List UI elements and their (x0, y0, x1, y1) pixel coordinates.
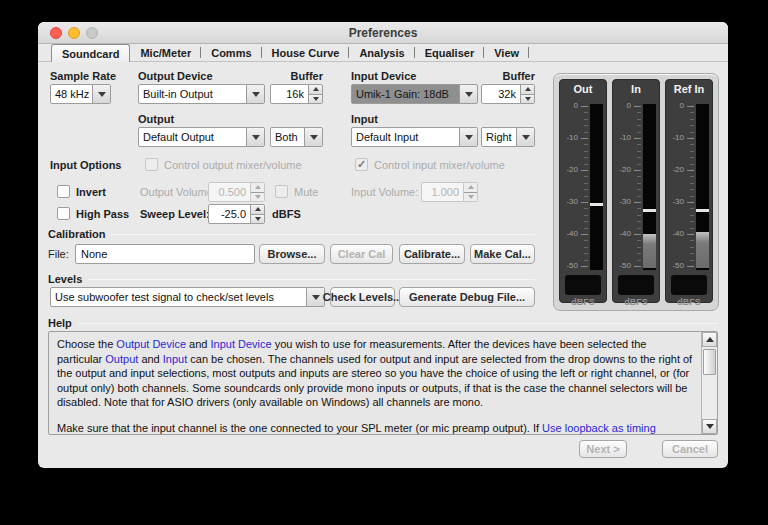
meter-minor-tick (637, 151, 641, 152)
cal-file-label: File: (48, 248, 69, 260)
title-bar: Preferences (38, 22, 728, 44)
meter-minor-tick (637, 215, 641, 216)
cal-file-input[interactable] (75, 244, 255, 264)
help-link[interactable]: Input (163, 353, 187, 365)
meters-panel: Out0-10-20-30-40-50dBFSIn0-10-20-30-40-5… (553, 73, 719, 311)
input-volume-spinner: 1.000 (421, 182, 478, 202)
tab-view[interactable]: View (484, 44, 529, 61)
generate-debug-button[interactable]: Generate Debug File... (399, 287, 535, 307)
input-select[interactable]: Default Input (351, 127, 478, 147)
meter-minor-tick (690, 144, 694, 145)
levels-value: Use subwoofer test signal to check/set l… (51, 288, 306, 306)
meter-readout (671, 275, 707, 295)
meter-minor-tick (584, 164, 588, 165)
dbfs-label: dBFS (272, 208, 301, 220)
scroll-down-button[interactable] (702, 419, 717, 434)
help-link[interactable]: Output Device (116, 338, 186, 350)
meter-minor-tick (584, 253, 588, 254)
meter-minor-tick (637, 112, 641, 113)
meter-minor-tick (584, 228, 588, 229)
meter-unit-label: dBFS (666, 297, 712, 307)
sweep-level-spinner[interactable]: -25.0 (208, 204, 265, 224)
spinner-buttons[interactable] (308, 85, 322, 103)
help-link[interactable]: Output (105, 353, 138, 365)
tab-equaliser[interactable]: Equaliser (415, 44, 485, 61)
check-levels-button[interactable]: Check Levels... (330, 287, 395, 307)
tab-strip: Soundcard Mic/Meter Comms House Curve An… (38, 44, 728, 62)
meter-scale-label: -30 (561, 197, 578, 206)
meter-unit-label: dBFS (613, 297, 659, 307)
meter-minor-tick (584, 144, 588, 145)
input-channel-select[interactable]: Right (481, 127, 535, 147)
output-select[interactable]: Default Output (138, 127, 265, 147)
meter-major-tick (634, 138, 641, 139)
meter-minor-tick (690, 240, 694, 241)
control-input-mixer-label: Control input mixer/volume (374, 159, 505, 171)
input-options-label: Input Options (50, 159, 121, 171)
meter-major-tick (634, 202, 641, 203)
spinner-down-icon (255, 217, 261, 221)
meter-scale-label: 0 (561, 101, 578, 110)
output-buffer-spinner[interactable]: 16k (270, 84, 323, 104)
sweep-level-label: Sweep Level: (140, 208, 210, 220)
meter-minor-tick (637, 196, 641, 197)
spinner-buttons[interactable] (520, 85, 534, 103)
tab-analysis[interactable]: Analysis (349, 44, 414, 61)
meter-label: In (613, 83, 659, 95)
meter-minor-tick (637, 132, 641, 133)
meter-minor-tick (584, 157, 588, 158)
output-device-select[interactable]: Built-in Output (138, 84, 265, 104)
meter-major-tick (687, 170, 694, 171)
meter-major-tick (634, 170, 641, 171)
meter-minor-tick (690, 208, 694, 209)
arrow-down-icon (706, 424, 714, 429)
make-cal-button[interactable]: Make Cal... (470, 244, 535, 264)
tab-comms[interactable]: Comms (201, 44, 261, 61)
meter-minor-tick (584, 183, 588, 184)
spinner-buttons[interactable] (250, 205, 264, 223)
output-channel-select[interactable]: Both (270, 127, 323, 147)
help-text-segment: and (186, 338, 210, 350)
meter-major-tick (687, 106, 694, 107)
spinner-up-icon (255, 185, 261, 189)
calibrate-button[interactable]: Calibrate... (399, 244, 465, 264)
invert-checkbox[interactable] (57, 185, 70, 198)
output-device-label: Output Device (138, 70, 213, 82)
meter-major-tick (687, 202, 694, 203)
mute-checkbox[interactable] (275, 185, 288, 198)
levels-select[interactable]: Use subwoofer test signal to check/set l… (50, 287, 325, 307)
control-output-mixer-checkbox[interactable] (145, 158, 158, 171)
output-buffer-label: Buffer (270, 70, 323, 82)
meter-minor-tick (584, 208, 588, 209)
tab-soundcard[interactable]: Soundcard (51, 44, 130, 62)
next-button: Next > (579, 440, 627, 458)
meter-minor-tick (637, 125, 641, 126)
tab-house-curve[interactable]: House Curve (262, 44, 350, 61)
meter-major-tick (687, 138, 694, 139)
divider (88, 279, 535, 280)
scrollbar-thumb[interactable] (703, 349, 716, 375)
chevron-down-icon (306, 288, 324, 306)
input-device-select[interactable]: Umik-1 Gain: 18dB (351, 84, 478, 104)
spinner-buttons (463, 183, 477, 201)
help-link[interactable]: Input Device (211, 338, 272, 350)
help-scrollbar[interactable] (701, 332, 717, 434)
high-pass-checkbox[interactable] (57, 207, 70, 220)
meter-minor-tick (637, 208, 641, 209)
control-input-mixer-checkbox[interactable]: ✓ (355, 158, 368, 171)
meter-channel (590, 104, 603, 270)
meter-minor-tick (690, 221, 694, 222)
tab-mic-meter[interactable]: Mic/Meter (130, 44, 201, 61)
meter-scale-label: 0 (614, 101, 631, 110)
meter-minor-tick (690, 247, 694, 248)
level-meter-in: In0-10-20-30-40-50dBFS (612, 79, 660, 303)
meter-minor-tick (637, 144, 641, 145)
meter-scale-label: 0 (667, 101, 684, 110)
scroll-up-button[interactable] (702, 332, 717, 347)
input-buffer-spinner[interactable]: 32k (481, 84, 535, 104)
meter-level-fill (696, 232, 709, 268)
input-device-label: Input Device (351, 70, 416, 82)
browse-button[interactable]: Browse... (259, 244, 325, 264)
sample-rate-select[interactable]: 48 kHz (50, 84, 111, 104)
invert-label: Invert (76, 186, 106, 198)
